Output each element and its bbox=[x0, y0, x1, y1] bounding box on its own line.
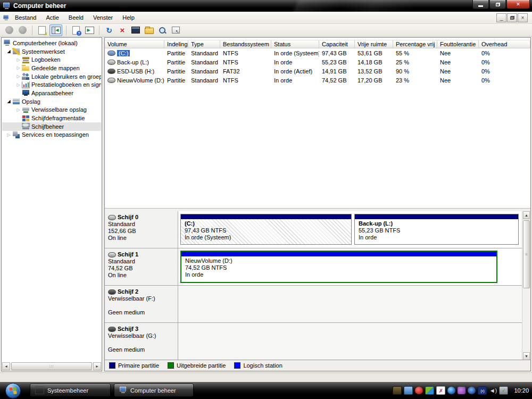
forward-button[interactable] bbox=[16, 25, 28, 36]
expand-toggle-icon[interactable] bbox=[5, 132, 12, 137]
wireless-icon[interactable]: (•) bbox=[478, 386, 487, 395]
taskbar-button-systeembeheer[interactable]: Systeembeheer bbox=[30, 384, 111, 397]
expand-toggle-icon[interactable] bbox=[15, 57, 22, 62]
scroll-right-icon[interactable]: ► bbox=[93, 362, 101, 370]
mdi-close-button[interactable]: × bbox=[518, 13, 528, 22]
tree-item-verwisselbare-opslag[interactable]: Verwisselbare opslag bbox=[2, 106, 101, 114]
tree-item-services[interactable]: Services en toepassingen bbox=[2, 131, 101, 139]
tree-item-lokale-gebruikers[interactable]: Lokale gebruikers en groepe bbox=[2, 72, 101, 81]
expand-toggle-icon[interactable] bbox=[5, 49, 12, 54]
toolbar-separator bbox=[66, 26, 66, 35]
scrollbar-thumb[interactable]: ≡ bbox=[523, 220, 530, 288]
disk-view-scrollbar[interactable]: ▲ ≡ ▼ bbox=[522, 211, 530, 360]
disk-label-schijf1[interactable]: Schijf 1 Standaard 74,52 GB On line bbox=[105, 248, 178, 285]
disk-management-icon bbox=[22, 123, 30, 130]
column-header-bestandssysteem[interactable]: Bestandssysteem bbox=[220, 40, 271, 48]
expand-toggle-icon[interactable] bbox=[15, 82, 22, 87]
scheduler-icon[interactable] bbox=[468, 387, 476, 394]
expand-toggle-icon[interactable] bbox=[15, 65, 22, 70]
partition-nieuwvolume[interactable]: NieuwVolume (D:) 74,52 GB NTFS In orde bbox=[181, 252, 496, 282]
primary-partition-bar bbox=[181, 214, 351, 219]
logical-drive-bar bbox=[181, 252, 496, 256]
taskbar-clock[interactable]: 10:20 bbox=[514, 387, 529, 394]
disk-label-schijf2[interactable]: Schijf 2 Verwisselbaar (F:) Geen medium bbox=[105, 286, 178, 322]
messenger-icon[interactable] bbox=[458, 387, 466, 394]
extended-partition-box[interactable]: NieuwVolume (D:) 74,52 GB NTFS In orde bbox=[180, 251, 497, 283]
show-action-pane-button[interactable]: ▶ bbox=[84, 25, 95, 36]
vault-icon[interactable] bbox=[393, 386, 402, 395]
console-window-button[interactable] bbox=[130, 25, 142, 36]
mdi-restore-button[interactable] bbox=[507, 13, 517, 22]
tree-item-schijfbeheer[interactable]: Schijfbeheer bbox=[2, 122, 101, 131]
tree-item-opslag[interactable]: Opslag bbox=[2, 97, 101, 106]
delete-button[interactable]: × bbox=[117, 25, 128, 36]
refresh-button[interactable]: ↻ bbox=[103, 25, 115, 36]
open-folder-button[interactable] bbox=[143, 25, 155, 36]
disk-label-schijf0[interactable]: Schijf 0 Standaard 152,66 GB On line bbox=[105, 211, 178, 248]
menu-help[interactable]: Help bbox=[118, 13, 139, 22]
restore-button[interactable] bbox=[489, 0, 506, 9]
show-console-tree-button[interactable]: ◀ bbox=[49, 24, 62, 36]
column-header-overhead[interactable]: Overhead bbox=[479, 40, 530, 48]
media-icon[interactable] bbox=[425, 386, 434, 395]
mdi-minimize-button[interactable]: _ bbox=[496, 13, 506, 22]
tree-item-logboeken[interactable]: Logboeken bbox=[2, 55, 101, 64]
export-list-button[interactable] bbox=[36, 25, 48, 36]
scroll-left-icon[interactable]: ◄ bbox=[2, 362, 10, 370]
minimize-button[interactable] bbox=[472, 0, 489, 9]
close-button[interactable]: ✕ bbox=[506, 0, 530, 9]
disk-kind: Verwisselbaar (F:) bbox=[108, 295, 174, 302]
expand-toggle-icon[interactable] bbox=[5, 99, 12, 104]
volume-row-esd-usb[interactable]: ESD-USB (H:) Partitie Standaard FAT32 In… bbox=[105, 66, 530, 76]
search-button[interactable] bbox=[156, 25, 168, 36]
column-header-status[interactable]: Status bbox=[271, 40, 319, 48]
expand-toggle-icon[interactable] bbox=[15, 74, 22, 79]
start-button[interactable] bbox=[5, 383, 21, 398]
menu-venster[interactable]: Venster bbox=[88, 13, 118, 22]
disk-state: Geen medium bbox=[108, 346, 174, 353]
defrag-icon bbox=[22, 115, 30, 122]
tree-item-computerbeheer[interactable]: Computerbeheer (lokaal) bbox=[2, 39, 101, 47]
volume-icon bbox=[107, 78, 115, 83]
scrollbar-thumb[interactable]: ⁞⁞⁞ bbox=[11, 362, 92, 370]
power-icon[interactable]: ✓ bbox=[499, 386, 508, 395]
column-header-volume[interactable]: Volume bbox=[105, 40, 164, 48]
taskbar-button-computer-beheer[interactable]: Computer beheer bbox=[114, 384, 194, 397]
tree-item-prestatielogboeken[interactable]: Prestatielogboeken en signa bbox=[2, 80, 101, 89]
globe-icon[interactable] bbox=[447, 387, 455, 394]
tree-item-schijfdefragmentatie[interactable]: Schijfdefragmentatie bbox=[2, 114, 101, 122]
display-icon[interactable] bbox=[404, 386, 413, 395]
cell-fouttolerantie: Nee bbox=[437, 77, 479, 84]
tree-horizontal-scrollbar[interactable]: ◄ ⁞⁞⁞ ► bbox=[2, 362, 101, 370]
cell-vrije-ruimte: 17,20 GB bbox=[355, 77, 393, 84]
scroll-up-icon[interactable]: ▲ bbox=[523, 211, 530, 219]
disk-label-schijf3[interactable]: Schijf 3 Verwisselbaar (G:) Geen medium bbox=[105, 323, 178, 360]
column-header-indeling[interactable]: Indeling bbox=[164, 40, 188, 48]
volume-row-backup[interactable]: Back-up (L:) Partitie Standaard NTFS In … bbox=[105, 57, 530, 66]
partition-backup[interactable]: Back-up (L:) 55,23 GB NTFS In orde bbox=[354, 214, 519, 245]
expand-toggle-icon[interactable] bbox=[15, 107, 22, 112]
column-header-vrije-ruimte[interactable]: Vrije ruimte bbox=[355, 40, 393, 48]
antivirus-icon[interactable]: ✗ bbox=[436, 386, 445, 395]
scroll-down-icon[interactable]: ▼ bbox=[523, 352, 530, 360]
back-button[interactable] bbox=[3, 25, 15, 36]
menu-beeld[interactable]: Beeld bbox=[64, 13, 88, 22]
tree-item-systeemwerkset[interactable]: Systeemwerkset bbox=[2, 47, 101, 56]
column-header-type[interactable]: Type bbox=[188, 40, 220, 48]
volume-row-nieuwvolume[interactable]: NieuwVolume (D:) Partitie Standaard NTFS… bbox=[105, 76, 530, 85]
volume-icon bbox=[107, 51, 115, 56]
volume-icon[interactable]: ◄) bbox=[489, 387, 497, 394]
snap-in-button[interactable] bbox=[170, 25, 181, 36]
partition-c[interactable]: (C:) 97,43 GB NTFS In orde (Systeem) bbox=[180, 214, 352, 245]
help-document-button[interactable]: ? bbox=[70, 25, 82, 36]
menu-bestand[interactable]: Bestand bbox=[10, 13, 41, 22]
cleaner-icon[interactable] bbox=[415, 387, 423, 394]
window-titlebar[interactable]: Computer beheer bbox=[0, 0, 532, 12]
volume-row-c[interactable]: (C:) Partitie Standaard NTFS In orde (Sy… bbox=[105, 48, 530, 57]
column-header-fouttolerantie[interactable]: Fouttolerantie bbox=[437, 40, 479, 48]
menu-actie[interactable]: Actie bbox=[41, 13, 63, 22]
tree-item-gedeelde-mappen[interactable]: Gedeelde mappen bbox=[2, 64, 101, 72]
column-header-percentage-vrij[interactable]: Percentage vrij bbox=[393, 40, 437, 48]
tree-item-apparaatbeheer[interactable]: Apparaatbeheer bbox=[2, 89, 101, 97]
column-header-capaciteit[interactable]: Capaciteit bbox=[319, 40, 355, 48]
